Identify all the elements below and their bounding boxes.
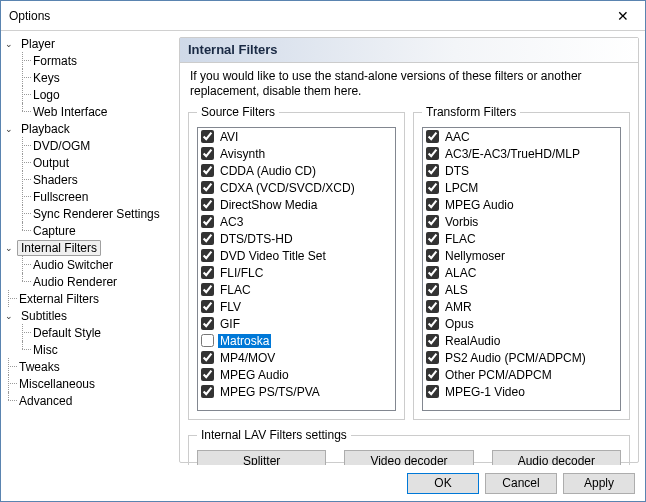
filter-checkbox[interactable] <box>426 181 439 194</box>
filter-checkbox[interactable] <box>426 283 439 296</box>
list-item[interactable]: MP4/MOV <box>198 349 395 366</box>
filter-checkbox[interactable] <box>201 130 214 143</box>
filter-checkbox[interactable] <box>426 130 439 143</box>
tree-item-label[interactable]: Logo <box>29 87 64 103</box>
tree-item[interactable]: Web Interface <box>3 103 174 120</box>
tree-item-label[interactable]: Tweaks <box>15 359 64 375</box>
tree-item-label[interactable]: Formats <box>29 53 81 69</box>
filter-checkbox[interactable] <box>201 249 214 262</box>
filter-checkbox[interactable] <box>201 351 214 364</box>
tree-item-label[interactable]: Shaders <box>29 172 82 188</box>
tree-item-label[interactable]: Audio Switcher <box>29 257 117 273</box>
ok-button[interactable]: OK <box>407 473 479 494</box>
tree-item-label[interactable]: Keys <box>29 70 64 86</box>
collapse-icon[interactable]: ⌄ <box>3 38 15 50</box>
list-item[interactable]: AVI <box>198 128 395 145</box>
list-item[interactable]: Nellymoser <box>423 247 620 264</box>
tree-item[interactable]: Output <box>3 154 174 171</box>
list-item[interactable]: DirectShow Media <box>198 196 395 213</box>
tree-item[interactable]: Audio Renderer <box>3 273 174 290</box>
list-item[interactable]: Matroska <box>198 332 395 349</box>
list-item[interactable]: FLV <box>198 298 395 315</box>
filter-checkbox[interactable] <box>201 147 214 160</box>
filter-checkbox[interactable] <box>201 317 214 330</box>
collapse-icon[interactable]: ⌄ <box>3 310 15 322</box>
filter-checkbox[interactable] <box>201 300 214 313</box>
filter-checkbox[interactable] <box>201 283 214 296</box>
tree-item[interactable]: ⌄Playback <box>3 120 174 137</box>
list-item[interactable]: CDXA (VCD/SVCD/XCD) <box>198 179 395 196</box>
filter-checkbox[interactable] <box>426 351 439 364</box>
filter-checkbox[interactable] <box>426 300 439 313</box>
list-item[interactable]: RealAudio <box>423 332 620 349</box>
tree-item-label[interactable]: Internal Filters <box>17 240 101 256</box>
tree-item-label[interactable]: Capture <box>29 223 80 239</box>
tree-item-label[interactable]: Subtitles <box>17 308 71 324</box>
list-item[interactable]: FLAC <box>198 281 395 298</box>
filter-checkbox[interactable] <box>201 181 214 194</box>
filter-checkbox[interactable] <box>426 317 439 330</box>
list-item[interactable]: ALS <box>423 281 620 298</box>
tree-item-label[interactable]: Fullscreen <box>29 189 92 205</box>
tree-item[interactable]: Capture <box>3 222 174 239</box>
filter-checkbox[interactable] <box>426 249 439 262</box>
tree-item[interactable]: Sync Renderer Settings <box>3 205 174 222</box>
list-item[interactable]: LPCM <box>423 179 620 196</box>
tree-item[interactable]: ⌄Internal Filters <box>3 239 174 256</box>
tree-item[interactable]: DVD/OGM <box>3 137 174 154</box>
tree-item-label[interactable]: DVD/OGM <box>29 138 94 154</box>
list-item[interactable]: ALAC <box>423 264 620 281</box>
list-item[interactable]: FLAC <box>423 230 620 247</box>
apply-button[interactable]: Apply <box>563 473 635 494</box>
tree-item[interactable]: External Filters <box>3 290 174 307</box>
tree-item[interactable]: Default Style <box>3 324 174 341</box>
list-item[interactable]: GIF <box>198 315 395 332</box>
filter-checkbox[interactable] <box>201 164 214 177</box>
list-item[interactable]: DTS/DTS-HD <box>198 230 395 247</box>
list-item[interactable]: CDDA (Audio CD) <box>198 162 395 179</box>
filter-checkbox[interactable] <box>201 232 214 245</box>
list-item[interactable]: MPEG Audio <box>198 366 395 383</box>
list-item[interactable]: FLI/FLC <box>198 264 395 281</box>
tree-item[interactable]: ⌄Player <box>3 35 174 52</box>
list-item[interactable]: MPEG PS/TS/PVA <box>198 383 395 400</box>
tree-item-label[interactable]: Player <box>17 36 59 52</box>
list-item[interactable]: MPEG-1 Video <box>423 383 620 400</box>
source-filters-list[interactable]: AVIAvisynthCDDA (Audio CD)CDXA (VCD/SVCD… <box>197 127 396 411</box>
filter-checkbox[interactable] <box>201 368 214 381</box>
filter-checkbox[interactable] <box>201 266 214 279</box>
close-button[interactable]: ✕ <box>600 1 645 30</box>
collapse-icon[interactable]: ⌄ <box>3 242 15 254</box>
filter-checkbox[interactable] <box>201 334 214 347</box>
list-item[interactable]: Avisynth <box>198 145 395 162</box>
transform-filters-list[interactable]: AACAC3/E-AC3/TrueHD/MLPDTSLPCMMPEG Audio… <box>422 127 621 411</box>
list-item[interactable]: Opus <box>423 315 620 332</box>
filter-checkbox[interactable] <box>426 232 439 245</box>
filter-checkbox[interactable] <box>201 198 214 211</box>
filter-checkbox[interactable] <box>426 215 439 228</box>
tree-item[interactable]: Formats <box>3 52 174 69</box>
list-item[interactable]: AMR <box>423 298 620 315</box>
filter-checkbox[interactable] <box>426 266 439 279</box>
tree-item[interactable]: ⌄Subtitles <box>3 307 174 324</box>
tree-item[interactable]: Keys <box>3 69 174 86</box>
tree-item-label[interactable]: Output <box>29 155 73 171</box>
list-item[interactable]: MPEG Audio <box>423 196 620 213</box>
list-item[interactable]: Other PCM/ADPCM <box>423 366 620 383</box>
list-item[interactable]: AC3/E-AC3/TrueHD/MLP <box>423 145 620 162</box>
filter-checkbox[interactable] <box>426 147 439 160</box>
list-item[interactable]: DVD Video Title Set <box>198 247 395 264</box>
tree-item[interactable]: Miscellaneous <box>3 375 174 392</box>
nav-tree[interactable]: ⌄PlayerFormatsKeysLogoWeb Interface⌄Play… <box>1 31 177 465</box>
filter-checkbox[interactable] <box>426 368 439 381</box>
filter-checkbox[interactable] <box>426 198 439 211</box>
tree-item-label[interactable]: Miscellaneous <box>15 376 99 392</box>
list-item[interactable]: PS2 Audio (PCM/ADPCM) <box>423 349 620 366</box>
tree-item-label[interactable]: External Filters <box>15 291 103 307</box>
list-item[interactable]: Vorbis <box>423 213 620 230</box>
collapse-icon[interactable]: ⌄ <box>3 123 15 135</box>
tree-item-label[interactable]: Audio Renderer <box>29 274 121 290</box>
tree-item-label[interactable]: Web Interface <box>29 104 111 120</box>
tree-item-label[interactable]: Playback <box>17 121 74 137</box>
list-item[interactable]: AC3 <box>198 213 395 230</box>
